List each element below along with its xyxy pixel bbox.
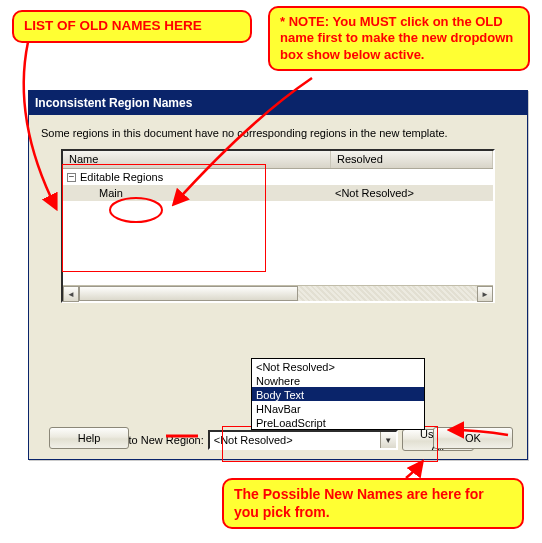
dropdown-option[interactable]: Nowhere [252, 373, 424, 387]
region-group-row[interactable]: – Editable Regions [63, 169, 493, 185]
scroll-thumb[interactable] [79, 286, 298, 301]
dropdown-option[interactable]: PreLoadScript [252, 415, 424, 429]
region-item-row[interactable]: Main <Not Resolved> [63, 185, 493, 201]
scroll-left-button[interactable]: ◄ [63, 286, 79, 302]
dropdown-option[interactable]: Body Text [252, 387, 424, 401]
dialog-instruction: Some regions in this document have no co… [29, 115, 527, 145]
region-group-label: Editable Regions [80, 171, 163, 183]
callout-old-names: LIST OF OLD NAMES HERE [12, 10, 252, 43]
region-list-header: Name Resolved [63, 151, 493, 169]
region-list: Name Resolved – Editable Regions Main <N… [61, 149, 495, 303]
dialog-titlebar[interactable]: Inconsistent Region Names [29, 91, 527, 115]
callout-note: * NOTE: You MUST click on the OLD name f… [268, 6, 530, 71]
dropdown-option[interactable]: HNavBar [252, 401, 424, 415]
new-region-dropdown-list[interactable]: <Not Resolved>NowhereBody TextHNavBarPre… [251, 358, 425, 430]
dropdown-option[interactable]: <Not Resolved> [252, 359, 424, 373]
help-button[interactable]: Help [49, 427, 129, 449]
horizontal-scrollbar[interactable]: ◄ ► [63, 285, 493, 301]
expand-collapse-icon[interactable]: – [67, 173, 76, 182]
ok-button[interactable]: OK [433, 427, 513, 449]
dialog-title: Inconsistent Region Names [35, 96, 192, 110]
scroll-right-button[interactable]: ► [477, 286, 493, 302]
column-header-resolved[interactable]: Resolved [331, 151, 493, 168]
callout-new-names: The Possible New Names are here for you … [222, 478, 524, 529]
region-item-resolved: <Not Resolved> [335, 187, 414, 199]
column-header-name[interactable]: Name [63, 151, 331, 168]
region-item-name: Main [99, 187, 123, 199]
